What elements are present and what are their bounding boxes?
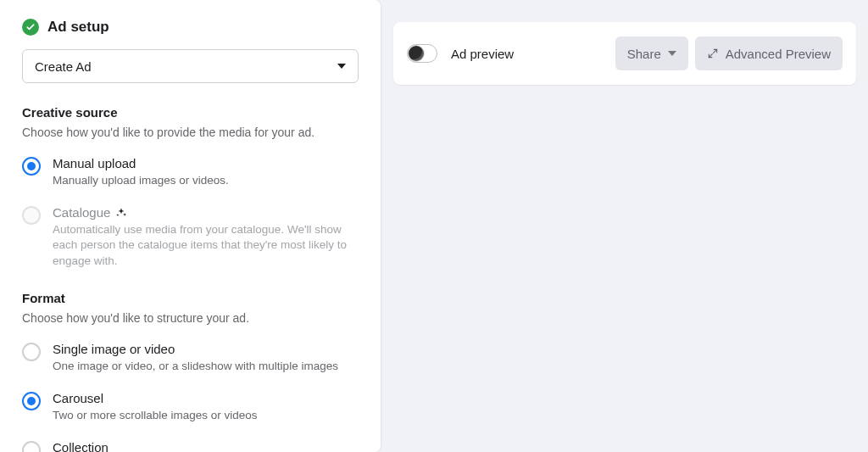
option-label: Collection <box>53 440 359 452</box>
radio-icon <box>22 441 41 452</box>
radio-icon <box>22 392 41 410</box>
radio-icon <box>22 343 41 361</box>
option-label: Carousel <box>53 391 359 405</box>
section-header: Ad setup <box>22 19 359 36</box>
creative-source-option-manual-upload[interactable]: Manual upload Manually upload images or … <box>22 156 359 188</box>
format-heading: Format <box>22 291 359 305</box>
option-label: Manual upload <box>53 156 359 170</box>
option-description: Two or more scrollable images or videos <box>53 408 358 423</box>
creative-source-options: Manual upload Manually upload images or … <box>22 156 359 269</box>
ad-type-select[interactable]: Create Ad <box>22 49 359 83</box>
format-option-collection[interactable]: Collection A group of items that opens i… <box>22 440 359 452</box>
caret-down-icon <box>337 64 346 69</box>
option-description: Manually upload images or videos. <box>53 173 358 188</box>
format-option-single[interactable]: Single image or video One image or video… <box>22 342 359 374</box>
ad-preview-label: Ad preview <box>451 47 615 61</box>
radio-icon <box>22 157 41 176</box>
format-option-carousel[interactable]: Carousel Two or more scrollable images o… <box>22 391 359 423</box>
ad-preview-card: Ad preview Share Advanced Preview <box>393 22 856 85</box>
preview-area: Ad preview Share Advanced Preview <box>381 0 868 452</box>
radio-icon <box>22 206 41 225</box>
share-button[interactable]: Share <box>615 36 688 70</box>
check-circle-icon <box>22 19 39 36</box>
share-button-label: Share <box>627 47 661 61</box>
advanced-preview-label: Advanced Preview <box>726 47 831 61</box>
option-description: Automatically use media from your catalo… <box>53 222 358 269</box>
option-description: One image or video, or a slideshow with … <box>53 359 358 374</box>
option-label: Single image or video <box>53 342 359 356</box>
creative-source-description: Choose how you'd like to provide the med… <box>22 125 359 141</box>
creative-source-option-catalogue: Catalogue Automatically use media from y… <box>22 205 359 269</box>
sparkle-icon <box>115 207 127 219</box>
ad-setup-panel: Ad setup Create Ad Creative source Choos… <box>0 0 381 452</box>
format-options: Single image or video One image or video… <box>22 342 359 452</box>
preview-buttons: Share Advanced Preview <box>615 36 843 70</box>
format-description: Choose how you'd like to structure your … <box>22 310 359 326</box>
advanced-preview-button[interactable]: Advanced Preview <box>695 36 843 70</box>
ad-preview-toggle[interactable] <box>407 44 437 63</box>
caret-down-icon <box>668 51 676 56</box>
ad-type-select-value: Create Ad <box>35 59 92 74</box>
creative-source-heading: Creative source <box>22 105 359 120</box>
toggle-knob-icon <box>409 46 424 61</box>
expand-icon <box>707 47 719 59</box>
section-title: Ad setup <box>47 19 109 36</box>
option-label: Catalogue <box>53 205 359 220</box>
